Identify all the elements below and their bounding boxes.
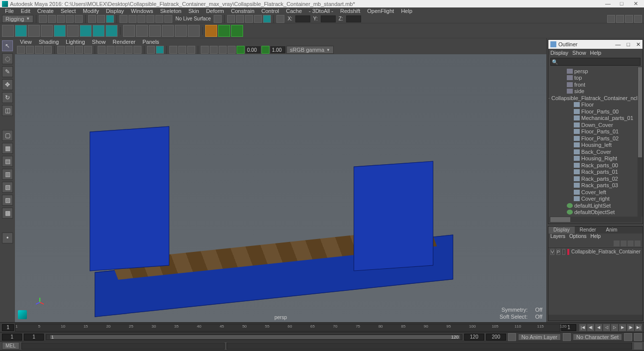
layer-display-type[interactable]: [562, 249, 565, 255]
autokey-icon[interactable]: [624, 333, 632, 341]
snap-curve-icon[interactable]: [129, 15, 136, 23]
snap-plane-icon[interactable]: [146, 15, 154, 23]
menu-skin[interactable]: Skin: [185, 8, 202, 14]
panel-menu-renderer[interactable]: Renderer: [110, 39, 138, 45]
camera-select-icon[interactable]: [17, 46, 25, 54]
expand-toggle-icon[interactable]: -: [548, 96, 550, 101]
shelf-icon-6[interactable]: [67, 25, 79, 37]
outliner-node[interactable]: Rack_parts_01: [548, 169, 643, 176]
modeling-toolkit-icon[interactable]: [607, 15, 615, 23]
layer-new-selected-icon[interactable]: [635, 240, 641, 246]
panel-menu-lighting[interactable]: Lighting: [63, 39, 88, 45]
prefs-icon[interactable]: [634, 333, 642, 341]
rotate-tool[interactable]: ↻: [2, 92, 13, 103]
outliner-node[interactable]: -Collapsible_Flatrack_Container_ncl1_: [548, 95, 643, 102]
vp-icon-e[interactable]: [210, 46, 218, 54]
script-editor-icon[interactable]: [634, 343, 642, 350]
close-button[interactable]: ✕: [633, 0, 638, 7]
outliner-node[interactable]: Cover_left: [548, 189, 643, 196]
vp-icon-b[interactable]: [178, 46, 186, 54]
undo-icon[interactable]: [66, 15, 74, 23]
layout-three-icon[interactable]: ▧: [2, 182, 13, 193]
isolate-select-icon[interactable]: [147, 46, 155, 54]
menu-openflight[interactable]: OpenFlight: [364, 8, 397, 14]
render-icon[interactable]: [236, 15, 244, 23]
outliner-minimize[interactable]: —: [615, 41, 621, 48]
layer-menu-layers[interactable]: Layers: [550, 234, 565, 240]
menu-cache[interactable]: Cache: [283, 8, 305, 14]
gamma-icon[interactable]: [261, 46, 269, 54]
outliner-node[interactable]: Floor_Parts_00: [548, 108, 643, 115]
maximize-button[interactable]: □: [619, 0, 624, 7]
shelf-icon-3[interactable]: [28, 25, 40, 37]
shelf-icon-15[interactable]: [188, 25, 200, 37]
outliner-menu-show[interactable]: Show: [572, 50, 586, 56]
range-start-outer[interactable]: 1: [2, 334, 22, 341]
move-tool[interactable]: ✥: [2, 79, 13, 90]
go-to-end-button[interactable]: ▶|: [635, 324, 642, 331]
outliner-node[interactable]: Rack_parts_00: [548, 162, 643, 169]
shelf-icon-13[interactable]: [162, 25, 174, 37]
menu-file[interactable]: File: [2, 8, 17, 14]
outliner-node[interactable]: Housing_left: [548, 142, 643, 149]
current-frame-left[interactable]: 1: [2, 324, 14, 331]
outliner-node[interactable]: defaultLightSet: [548, 202, 643, 209]
camera-lock-icon[interactable]: [26, 46, 34, 54]
layout-single-icon[interactable]: ▢: [2, 130, 13, 141]
outliner-node[interactable]: side: [548, 88, 643, 95]
ipr-render-icon[interactable]: [245, 15, 253, 23]
last-tool[interactable]: •: [2, 233, 13, 243]
layout-two-h-icon[interactable]: ▤: [2, 156, 13, 167]
command-input[interactable]: [21, 343, 225, 350]
channel-box-icon[interactable]: [634, 15, 642, 23]
outliner-node[interactable]: Floor_Parts_01: [548, 128, 643, 135]
shelf-icon-12[interactable]: [149, 25, 161, 37]
construction-history-icon[interactable]: [227, 15, 235, 23]
paint-select-tool[interactable]: ✎: [2, 66, 13, 77]
step-forward-key-button[interactable]: |▶: [627, 324, 634, 331]
outliner-hscrollbar[interactable]: [549, 217, 642, 223]
layer-row[interactable]: V P Collapsible_Flatrack_Container: [548, 247, 643, 255]
textured-icon[interactable]: [116, 46, 124, 54]
live-toggle-icon[interactable]: [214, 15, 222, 23]
layout-persp-icon[interactable]: ▩: [2, 208, 13, 219]
select-mode-object-icon[interactable]: [97, 15, 105, 23]
scale-tool[interactable]: ◫: [2, 105, 13, 116]
script-language-toggle[interactable]: MEL: [2, 342, 19, 350]
layer-visibility-toggle[interactable]: V: [550, 249, 554, 255]
shelf-icon-4[interactable]: [41, 25, 53, 37]
select-mode-component-icon[interactable]: [106, 15, 114, 23]
image-plane-icon[interactable]: [44, 46, 52, 54]
wireframe-icon[interactable]: [98, 46, 106, 54]
shelf-icon-14[interactable]: [175, 25, 187, 37]
menu-control[interactable]: Control: [258, 8, 282, 14]
step-back-button[interactable]: ◀: [595, 324, 602, 331]
panel-menu-show[interactable]: Show: [89, 39, 109, 45]
panel-menu-panels[interactable]: Panels: [139, 39, 162, 45]
layer-menu-options[interactable]: Options: [569, 234, 586, 240]
outliner-node[interactable]: Cover_right: [548, 196, 643, 203]
layer-tab-render[interactable]: Render: [575, 227, 601, 234]
redo-icon[interactable]: [75, 15, 83, 23]
outliner-search-field[interactable]: 🔍: [550, 58, 641, 66]
snap-grid-icon[interactable]: [120, 15, 128, 23]
layer-move-up-icon[interactable]: [614, 240, 620, 246]
outliner-node[interactable]: Housing_Right: [548, 155, 643, 162]
outliner-menu-display[interactable]: Display: [550, 50, 568, 56]
shelf-icon-1[interactable]: [2, 25, 14, 37]
lasso-tool[interactable]: ◌: [2, 53, 13, 64]
layer-menu-help[interactable]: Help: [590, 234, 601, 240]
vp-icon-d[interactable]: [201, 46, 209, 54]
layer-tab-display[interactable]: Display: [548, 227, 575, 234]
select-tool[interactable]: ↖: [2, 40, 13, 51]
save-scene-icon[interactable]: [57, 15, 65, 23]
snap-live-icon[interactable]: [155, 15, 163, 23]
layout-outliner-icon[interactable]: ▨: [2, 195, 13, 206]
shelf-icon-10[interactable]: [123, 25, 135, 37]
menu--3dtoall-[interactable]: - 3DtoAll -: [306, 8, 336, 14]
shelf-icon-8[interactable]: [93, 25, 105, 37]
menu-edit[interactable]: Edit: [18, 8, 33, 14]
menu-skeleton[interactable]: Skeleton: [157, 8, 184, 14]
minimize-button[interactable]: —: [605, 0, 610, 7]
shelf-icon-16[interactable]: [205, 25, 217, 37]
